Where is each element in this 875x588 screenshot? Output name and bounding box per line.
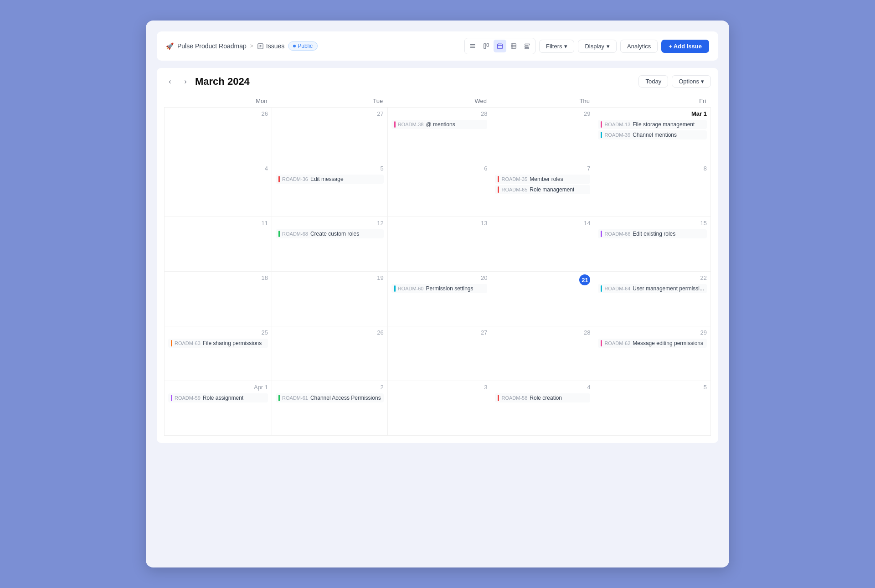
table-view-btn[interactable]	[507, 40, 520, 52]
issue-title: File storage management	[633, 121, 695, 128]
issue-id: ROADM-62	[604, 340, 630, 346]
issue-bar	[601, 285, 602, 292]
day-num: 26	[168, 110, 268, 117]
issue-bar	[278, 176, 280, 182]
col-mon: Mon	[165, 95, 272, 108]
add-issue-btn[interactable]: + Add Issue	[661, 40, 709, 53]
day-num: 21	[495, 274, 590, 285]
day-apr5: 5	[594, 381, 711, 436]
view-icons	[464, 38, 535, 54]
project-name[interactable]: Pulse Product Roadmap	[177, 42, 247, 50]
issue-title: Channel Access Permissions	[310, 395, 381, 401]
issue-title: User management permissi...	[633, 285, 704, 292]
day-20: 20 ROADM-60 Permission settings	[387, 272, 491, 326]
issue-item[interactable]: ROADM-66 Edit existing roles	[598, 229, 707, 238]
project-icon: 🚀	[166, 42, 174, 50]
col-thu: Thu	[491, 95, 594, 108]
issue-item[interactable]: ROADM-58 Role creation	[495, 393, 590, 402]
day-num: 22	[598, 274, 707, 281]
issue-title: Message editing permissions	[633, 340, 703, 346]
list-view-btn[interactable]	[466, 40, 479, 52]
day-num: 3	[391, 384, 488, 391]
calendar-grid: Mon Tue Wed Thu Fri 26 27 28	[164, 95, 711, 436]
issue-id: ROADM-64	[604, 286, 630, 291]
today-btn[interactable]: Today	[638, 75, 668, 88]
day-22: 22 ROADM-64 User management permissi...	[594, 272, 711, 326]
day-num: 29	[598, 329, 707, 336]
day-14: 14	[491, 217, 594, 272]
issues-label[interactable]: Issues	[266, 42, 284, 50]
issue-bar	[278, 395, 280, 401]
day-num: 12	[276, 220, 384, 227]
issue-id: ROADM-36	[282, 176, 308, 182]
issue-item[interactable]: ROADM-62 Message editing permissions	[598, 339, 707, 348]
day-num: 29	[495, 110, 590, 117]
header: 🚀 Pulse Product Roadmap > Issues Public	[157, 31, 718, 61]
issue-title: @ mentions	[426, 121, 455, 128]
day-num: 5	[276, 165, 384, 172]
issue-bar	[394, 121, 396, 128]
header-right: Filters ▾ Display ▾ Analytics + Add Issu…	[464, 38, 709, 54]
issue-item[interactable]: ROADM-60 Permission settings	[391, 284, 488, 293]
issues-icon	[257, 43, 264, 50]
issue-item[interactable]: ROADM-38 @ mentions	[391, 120, 488, 129]
calendar-view-btn[interactable]	[494, 40, 506, 52]
next-month-btn[interactable]: ›	[180, 76, 191, 88]
issue-item[interactable]: ROADM-59 Role assignment	[168, 393, 268, 402]
day-num: 28	[495, 329, 590, 336]
options-label: Options	[679, 78, 699, 85]
issue-title: Edit existing roles	[633, 231, 675, 237]
options-chevron: ▾	[701, 78, 704, 85]
issue-item[interactable]: ROADM-65 Role management	[495, 185, 590, 194]
options-btn[interactable]: Options ▾	[672, 75, 711, 88]
issue-bar	[601, 132, 602, 138]
day-26-feb: 26	[165, 108, 272, 162]
issue-item[interactable]: ROADM-61 Channel Access Permissions	[276, 393, 384, 402]
prev-month-btn[interactable]: ‹	[164, 76, 176, 88]
issue-title: Role creation	[530, 395, 562, 401]
issue-item[interactable]: ROADM-35 Member roles	[495, 175, 590, 184]
today-badge: 21	[579, 274, 590, 285]
calendar-header-row: Mon Tue Wed Thu Fri	[165, 95, 711, 108]
issue-title: Member roles	[530, 176, 563, 182]
issue-item[interactable]: ROADM-39 Channel mentions	[598, 130, 707, 139]
calendar-week-6: Apr 1 ROADM-59 Role assignment 2 ROADM-6…	[165, 381, 711, 436]
issue-id: ROADM-35	[501, 176, 527, 182]
day-29-feb: 29	[491, 108, 594, 162]
day-21-today: 21	[491, 272, 594, 326]
day-num: 15	[598, 220, 707, 227]
day-26-mar: 26	[272, 326, 388, 381]
issue-item[interactable]: ROADM-63 File sharing permissions	[168, 339, 268, 348]
issue-item[interactable]: ROADM-68 Create custom roles	[276, 229, 384, 238]
issue-id: ROADM-65	[501, 187, 527, 192]
filters-label: Filters	[546, 43, 562, 50]
display-btn[interactable]: Display ▾	[578, 40, 617, 53]
analytics-btn[interactable]: Analytics	[620, 40, 658, 53]
day-num: 6	[391, 165, 488, 172]
issue-id: ROADM-13	[604, 122, 630, 127]
issue-id: ROADM-63	[175, 340, 201, 346]
svg-rect-19	[525, 48, 529, 49]
issue-bar	[171, 340, 172, 346]
breadcrumb-sep: >	[250, 43, 253, 49]
calendar-week-4: 18 19 20 ROADM-60 Permission settings	[165, 272, 711, 326]
issue-bar	[601, 340, 602, 346]
day-5: 5 ROADM-36 Edit message	[272, 162, 388, 217]
day-mar1: Mar 1 ROADM-13 File storage management R…	[594, 108, 711, 162]
filters-btn[interactable]: Filters ▾	[539, 40, 574, 53]
issue-item[interactable]: ROADM-64 User management permissi...	[598, 284, 707, 293]
day-num: 14	[495, 220, 590, 227]
issue-item[interactable]: ROADM-36 Edit message	[276, 175, 384, 184]
issue-title: Permission settings	[426, 285, 473, 292]
day-11: 11	[165, 217, 272, 272]
calendar-week-3: 11 12 ROADM-68 Create custom roles 13	[165, 217, 711, 272]
day-num: 13	[391, 220, 488, 227]
issue-item[interactable]: ROADM-13 File storage management	[598, 120, 707, 129]
issue-title: Edit message	[310, 176, 344, 182]
timeline-view-btn[interactable]	[521, 40, 534, 52]
day-num: 4	[168, 165, 268, 172]
board-view-btn[interactable]	[480, 40, 493, 52]
day-num: 18	[168, 274, 268, 281]
month-title: March 2024	[195, 76, 250, 88]
cal-nav-left: ‹ › March 2024	[164, 76, 250, 88]
